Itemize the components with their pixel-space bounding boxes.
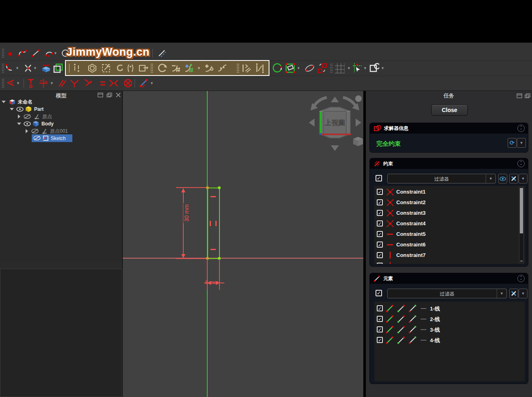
elements-master-checkbox[interactable]: ✓ — [376, 290, 382, 296]
close-panel-icon[interactable] — [116, 93, 122, 98]
constraints-master-checkbox[interactable]: ✓ — [376, 175, 382, 181]
constrain-distance-y-icon[interactable] — [26, 78, 37, 88]
constraint-row[interactable]: ✓ Constraint2 — [374, 197, 525, 208]
constrain-equal-icon[interactable] — [98, 78, 108, 88]
constraints-settings-button[interactable] — [509, 174, 518, 183]
refresh-options-button[interactable]: ▼ — [517, 138, 526, 148]
render-order-icon[interactable] — [369, 63, 379, 73]
tree-row-body[interactable]: Body — [0, 120, 122, 127]
element-row[interactable]: ✓ 3-线 — [374, 324, 525, 335]
navcube-sphere[interactable] — [355, 95, 362, 102]
constraint-row[interactable]: ✓ Constraint7 — [374, 250, 525, 261]
line-tool-icon[interactable] — [30, 48, 41, 58]
constrain-distance-icon[interactable] — [38, 78, 49, 88]
navcube-arrow-down[interactable] — [331, 145, 339, 151]
constraints-section-header[interactable]: 约束 ⌃⌃ — [370, 158, 528, 169]
navigation-cube[interactable]: 上視圖 — [306, 93, 363, 154]
ellipse-tool-icon[interactable] — [304, 63, 315, 73]
constrain-parallel-icon[interactable] — [57, 78, 67, 88]
constrain-angle-icon[interactable] — [6, 78, 16, 88]
distance-caret[interactable]: ▼ — [50, 81, 54, 85]
arc-tool-icon[interactable] — [44, 48, 54, 58]
angle-caret[interactable]: ▼ — [16, 81, 20, 85]
dock-icon[interactable] — [517, 93, 523, 99]
fillet-caret[interactable]: ▼ — [15, 66, 20, 70]
elements-section-header[interactable]: 元素 ⌃⌃ — [370, 273, 528, 284]
solver-section-header[interactable]: 求解器信息 ⌃⌃ — [370, 123, 528, 134]
sketch-rectangle[interactable] — [207, 188, 220, 259]
bspline-degree-icon[interactable] — [72, 63, 82, 73]
extend-edge-icon[interactable] — [255, 63, 265, 73]
constraint-row[interactable]: ✓ Constraint1 — [374, 187, 525, 197]
eye-visible-icon[interactable] — [16, 107, 24, 112]
tree-row-origin[interactable]: 原点 — [0, 113, 122, 120]
element-checkbox[interactable]: ✓ — [377, 326, 383, 332]
fillet-tool-icon[interactable] — [4, 63, 15, 73]
element-checkbox[interactable]: ✓ — [377, 316, 383, 322]
bspline-control-frame-icon[interactable] — [138, 63, 148, 73]
dock-icon[interactable] — [98, 93, 104, 98]
expander-right-icon[interactable] — [26, 129, 28, 133]
grid-toggle-icon[interactable] — [334, 63, 345, 73]
toolbar-drag-handle-3[interactable] — [2, 78, 4, 88]
rectangle-tool-icon[interactable] — [284, 63, 295, 73]
constrain-symmetric-icon[interactable] — [108, 78, 119, 88]
bspline-curvature-comb-icon[interactable] — [101, 63, 111, 73]
tree-label-origin[interactable]: 原点 — [42, 113, 52, 120]
knot-mult-caret[interactable]: ▼ — [197, 66, 201, 70]
horizontal-constraint-tick-top[interactable] — [211, 196, 216, 197]
collapse-chevron-icon[interactable]: ⌃⌃ — [517, 160, 525, 167]
bspline-control-polygon-icon[interactable] — [87, 63, 98, 73]
constraints-settings-caret[interactable]: ▼ — [519, 174, 528, 183]
horizontal-constraint-tick-bottom[interactable] — [211, 249, 216, 250]
vertex-top-right[interactable] — [218, 186, 221, 189]
convert-to-bspline-icon[interactable] — [157, 63, 168, 73]
snap-toggle-icon[interactable] — [352, 63, 363, 73]
render-order-caret[interactable]: ▼ — [381, 66, 385, 70]
close-button[interactable]: Close — [431, 104, 468, 116]
combo-caret-icon[interactable]: ▼ — [497, 289, 506, 298]
expander-right-icon[interactable] — [18, 114, 20, 119]
constrain-block-icon[interactable] — [123, 78, 133, 88]
scrollbar-thumb[interactable] — [520, 188, 523, 233]
vertical-constraint-tick-left[interactable] — [210, 221, 211, 226]
tree-label-origin001[interactable]: 原点001 — [50, 128, 68, 135]
element-row[interactable]: ✓ 2-线 — [374, 314, 525, 324]
grid-caret[interactable]: ▼ — [347, 66, 351, 70]
3d-viewport[interactable]: 30 mm 5 mm 上視圖 — [123, 91, 363, 397]
constraint-row[interactable]: ✓ Constraint5 — [374, 229, 525, 239]
tree-label-sketch[interactable]: Sketch — [51, 136, 66, 141]
vertex-top-left[interactable] — [206, 186, 209, 189]
constraint-checkbox[interactable]: ✓ — [377, 242, 383, 248]
navcube-face-label[interactable]: 上視圖 — [324, 119, 345, 127]
bspline-insert-knot-icon[interactable] — [204, 63, 215, 73]
sketch-horizontal-axis[interactable] — [123, 258, 363, 259]
rectangle-caret[interactable]: ▼ — [297, 66, 301, 70]
constrain-perpendicular-icon[interactable] — [69, 78, 80, 88]
constraint-checkbox[interactable]: ✓ — [377, 189, 383, 195]
toolbar-drag-handle[interactable] — [2, 48, 4, 58]
constraints-scrollbar[interactable] — [519, 187, 524, 263]
eye-hidden-icon[interactable] — [24, 114, 31, 119]
circle-periodic-icon[interactable] — [271, 63, 282, 73]
element-row[interactable]: ✓ 4-线 — [374, 335, 525, 345]
elements-settings-button[interactable] — [509, 289, 518, 298]
driving-caret[interactable]: ▼ — [150, 81, 154, 85]
tree-label-body[interactable]: Body — [41, 121, 54, 127]
constraints-filter-combo[interactable]: 过滤器 ▼ — [387, 174, 496, 183]
tree-row-document[interactable]: 未命名 — [0, 98, 122, 106]
element-checkbox[interactable]: ✓ — [377, 305, 383, 311]
constraint-checkbox[interactable]: ✓ — [377, 263, 383, 264]
bspline-spiral-icon[interactable] — [114, 63, 125, 73]
tree-label-part[interactable]: Part — [34, 106, 43, 112]
show-constraints-button[interactable] — [498, 174, 507, 183]
constraint-row[interactable]: ✓ Constraint3 — [374, 208, 525, 218]
constraint-row[interactable]: ✓ Constraint4 — [374, 218, 525, 229]
split-edge-icon[interactable] — [241, 63, 251, 73]
dim-height-line[interactable] — [183, 188, 184, 258]
constraint-checkbox[interactable]: ✓ — [377, 252, 383, 258]
trim-tool-icon[interactable] — [23, 63, 33, 73]
navcube-arrow-up[interactable] — [331, 97, 339, 102]
eye-visible-icon[interactable] — [24, 121, 31, 126]
scrollbar-down-arrow[interactable] — [520, 261, 523, 261]
